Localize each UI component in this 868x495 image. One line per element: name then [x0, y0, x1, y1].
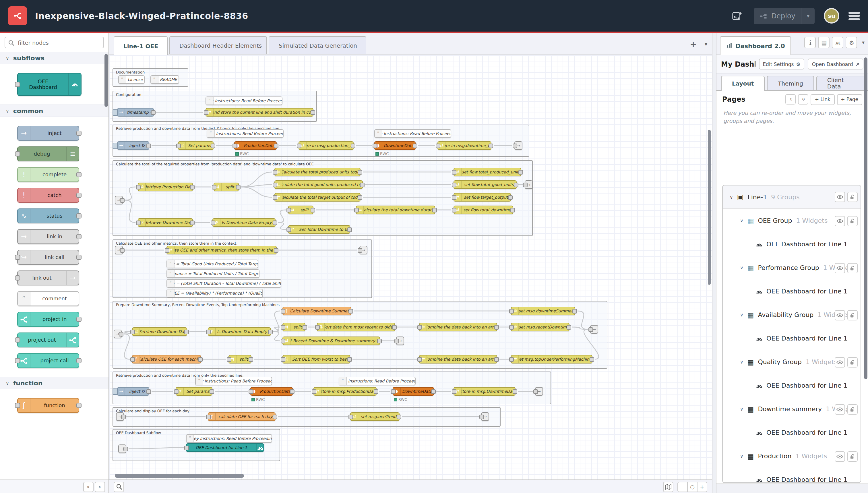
node-output-port[interactable]: [347, 357, 352, 361]
sidebar-scrollbar[interactable]: [864, 57, 867, 379]
flow-tab-simulated-data-generation[interactable]: Simulated Data Generation: [269, 36, 367, 54]
node-output-port[interactable]: [76, 317, 82, 322]
node-output-port[interactable]: [190, 185, 195, 189]
node-output-port[interactable]: [290, 389, 295, 394]
palette-node-inject[interactable]: →inject: [17, 126, 79, 141]
lock-toggle-button[interactable]: [847, 451, 858, 461]
tree-row-widget[interactable]: OEE Dashboard for Line 1: [723, 468, 861, 483]
tree-row-group[interactable]: ∨▦Production1 Widgets: [723, 444, 861, 468]
collapse-all-button[interactable]: «: [786, 94, 796, 104]
node-output-port[interactable]: [494, 325, 499, 329]
node-input-port[interactable]: [15, 255, 20, 260]
node-output-port[interactable]: [311, 208, 315, 212]
visibility-toggle-button[interactable]: [835, 216, 845, 226]
deploy-options-caret[interactable]: ▾: [801, 8, 815, 24]
palette-node-comment[interactable]: ”comment: [17, 291, 79, 306]
node-input-port[interactable]: [297, 143, 301, 148]
flow-node-comment[interactable]: ”Key Instructions: Read Before Proceedin…: [206, 97, 282, 105]
node-output-port[interactable]: [273, 220, 277, 225]
flow-node-change[interactable]: ⇄set flow.total_produced_units: [453, 168, 521, 176]
node-output-port[interactable]: [392, 325, 397, 329]
node-input-port[interactable]: [211, 220, 215, 225]
flow-node-function[interactable]: ƒCalculate OEE for each machine: [132, 355, 201, 363]
palette-node-project-out[interactable]: project out: [17, 332, 79, 347]
node-output-port[interactable]: [567, 325, 571, 329]
deploy-button[interactable]: Deploy ▾: [754, 8, 815, 24]
palette-node-link-in[interactable]: →link in: [17, 229, 79, 244]
flow-tab-line-1-oee[interactable]: Line-1 OEE: [114, 36, 168, 55]
node-output-port[interactable]: [190, 220, 195, 225]
flow-group[interactable]: Calculate and display OEE for each day.: [112, 407, 501, 427]
main-menu-button[interactable]: [849, 12, 860, 20]
node-output-port[interactable]: [374, 389, 378, 394]
node-input-port[interactable]: [184, 445, 189, 450]
node-output-port[interactable]: [508, 195, 513, 200]
node-input-port[interactable]: [273, 195, 277, 200]
node-output-port[interactable]: [119, 331, 123, 336]
tree-row-widget[interactable]: OEE Dashboard for Line 1: [723, 374, 861, 397]
help-tab-button[interactable]: ▤: [818, 37, 830, 48]
flow-node-change[interactable]: ⇄store in msg.ProductionData: [313, 387, 377, 396]
node-input-port[interactable]: [509, 325, 514, 329]
node-input-port[interactable]: [354, 208, 359, 212]
flow-node-linkout[interactable]: →: [359, 246, 367, 254]
node-output-port[interactable]: [76, 255, 82, 260]
node-output-port[interactable]: [360, 182, 365, 187]
palette-node-project-call[interactable]: project call: [17, 353, 79, 368]
node-output-port[interactable]: [311, 110, 315, 115]
node-output-port[interactable]: [348, 309, 353, 313]
flow-node-change[interactable]: ⇄set flow.total_downtime: [453, 206, 513, 214]
node-output-port[interactable]: [121, 414, 126, 419]
lock-toggle-button[interactable]: [847, 192, 858, 202]
tree-row-widget[interactable]: OEE Dashboard for Line 1: [723, 233, 861, 256]
flow-group[interactable]: Configuration: [112, 91, 317, 122]
flow-node-change[interactable]: ⇄Set params: [176, 387, 212, 396]
node-output-port[interactable]: [76, 358, 82, 363]
node-output-port[interactable]: [347, 227, 352, 232]
visibility-toggle-button[interactable]: [835, 451, 845, 461]
sidebar-tabs-caret[interactable]: ▾: [862, 40, 865, 45]
node-output-port[interactable]: [488, 143, 493, 148]
add-page-button[interactable]: + Page: [837, 94, 862, 105]
node-input-port[interactable]: [232, 143, 237, 148]
palette-category-common[interactable]: ∨common: [0, 104, 108, 117]
node-output-port[interactable]: [198, 357, 203, 361]
palette-category-subflows[interactable]: ∨subflows: [0, 52, 108, 64]
node-output-port[interactable]: [572, 309, 577, 313]
flow-node-comment[interactable]: ”Performance = Total Produced Units / To…: [167, 269, 259, 278]
node-output-port[interactable]: [431, 389, 436, 394]
sidebar-tab-dashboard[interactable]: Dashboard 2.0: [720, 36, 791, 55]
node-input-port[interactable]: [533, 389, 538, 394]
node-output-port[interactable]: [413, 143, 417, 148]
node-input-port[interactable]: [281, 339, 285, 343]
node-input-port[interactable]: [372, 143, 377, 148]
node-input-port[interactable]: [281, 309, 285, 313]
node-input-port[interactable]: [15, 403, 20, 408]
add-link-button[interactable]: + Link: [811, 94, 834, 105]
node-output-port[interactable]: [273, 414, 277, 419]
node-input-port[interactable]: [281, 325, 285, 329]
flow-node-change[interactable]: ⇄Set params: [178, 141, 213, 150]
node-input-port[interactable]: [348, 414, 353, 419]
inject-button[interactable]: [112, 388, 118, 394]
node-input-port[interactable]: [227, 357, 231, 361]
node-output-port[interactable]: [358, 195, 362, 200]
node-output-port[interactable]: [76, 234, 82, 239]
palette-filter-input[interactable]: [17, 39, 101, 46]
node-output-port[interactable]: [351, 143, 355, 148]
node-output-port[interactable]: [274, 143, 278, 148]
palette-node-status[interactable]: ∿status: [17, 208, 79, 223]
node-output-port[interactable]: [377, 339, 382, 343]
tree-row-page[interactable]: ∨▣Line-19 Groups: [723, 186, 861, 209]
inject-button[interactable]: [112, 109, 118, 116]
node-input-port[interactable]: [15, 337, 20, 343]
node-output-port[interactable]: [513, 389, 517, 394]
flow-node-change[interactable]: ⇄Retrieve Downtime Data: [132, 327, 187, 336]
tree-row-group[interactable]: ∨▦Performance Group1 Widgets: [723, 256, 861, 280]
node-output-port[interactable]: [248, 357, 253, 361]
flow-group[interactable]: Retrieve production and downtime data fr…: [112, 125, 529, 157]
flow-node-linkout[interactable]: →: [396, 337, 404, 345]
sidebar-splitter[interactable]: [712, 33, 716, 493]
node-input-port[interactable]: [315, 325, 320, 329]
node-output-port[interactable]: [514, 182, 518, 187]
